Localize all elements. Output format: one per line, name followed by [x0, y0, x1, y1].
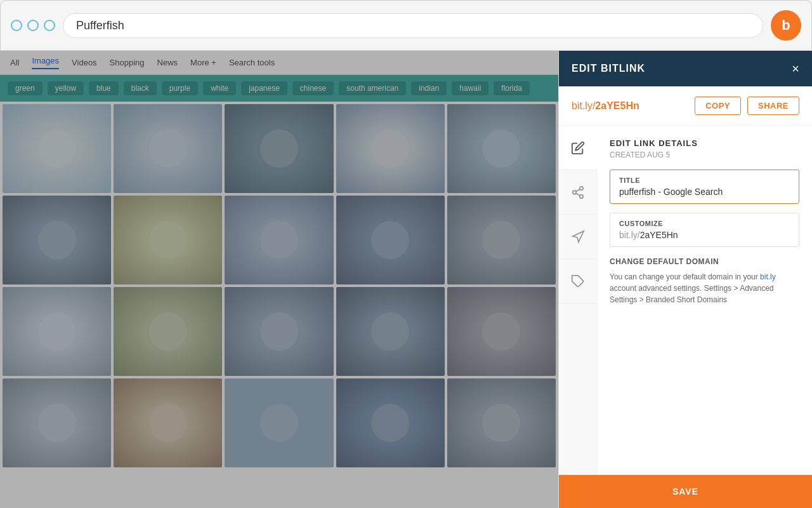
svg-point-2 [580, 186, 584, 190]
bitly-logo: b [771, 10, 801, 41]
svg-point-3 [573, 190, 577, 194]
image-item[interactable] [447, 378, 556, 467]
change-domain-text1: You can change your default domain in yo… [610, 272, 760, 281]
address-bar[interactable]: Pufferfish [63, 13, 763, 38]
panel-body: EDIT LINK DETAILS CREATED AUG 5 TITLE pu… [559, 126, 812, 475]
edit-link-details-title: EDIT LINK DETAILS [610, 138, 799, 148]
bitlink-slug: 2aYE5Hn [595, 100, 639, 111]
image-item[interactable] [114, 287, 222, 376]
image-item[interactable] [447, 196, 556, 284]
bitlink-domain: bit.ly/ [572, 100, 595, 111]
image-item[interactable] [3, 104, 111, 193]
image-item[interactable] [3, 196, 111, 284]
filter-black[interactable]: black [124, 81, 157, 95]
image-item[interactable] [3, 378, 111, 467]
save-button[interactable]: SAVE [559, 475, 812, 508]
image-item[interactable] [114, 104, 222, 193]
customize-field-group: CUSTOMIZE bit.ly/2aYE5Hn [610, 213, 799, 247]
panel-content: EDIT LINK DETAILS CREATED AUG 5 TITLE pu… [597, 126, 812, 475]
image-item[interactable] [114, 378, 222, 467]
image-item[interactable] [225, 196, 333, 284]
filter-purple[interactable]: purple [162, 81, 198, 95]
image-item[interactable] [336, 104, 445, 193]
filter-indian[interactable]: indian [411, 81, 447, 95]
title-field-group: TITLE pufferfish - Google Search [610, 170, 799, 204]
browser-chrome: Pufferfish b [0, 0, 812, 51]
image-item[interactable] [114, 196, 222, 284]
nav-videos[interactable]: Videos [72, 58, 97, 67]
bitlink-url-row: bit.ly/2aYE5Hn COPY SHARE [559, 86, 812, 126]
title-label: TITLE [619, 177, 790, 184]
customize-slug: 2aYE5Hn [640, 230, 678, 240]
change-domain-text2: account advanced settings. Settings > Ad… [610, 284, 774, 304]
browser-dot-1[interactable] [11, 20, 22, 31]
filter-yellow[interactable]: yellow [48, 81, 84, 95]
filter-tags: green yellow blue black purple white jap… [0, 75, 558, 102]
title-value[interactable]: pufferfish - Google Search [619, 187, 790, 197]
main-area: All Images Videos Shopping News More + S… [0, 51, 812, 508]
image-item[interactable] [447, 287, 556, 376]
tab-share[interactable] [559, 170, 597, 215]
filter-blue[interactable]: blue [89, 81, 119, 95]
bitly-logo-svg: b [773, 13, 799, 38]
image-item[interactable] [225, 378, 333, 467]
svg-line-5 [576, 193, 580, 196]
nav-shopping[interactable]: Shopping [110, 58, 145, 67]
created-date: CREATED AUG 5 [610, 150, 799, 159]
share-button[interactable]: SHARE [747, 97, 799, 115]
megaphone-icon [571, 230, 585, 244]
nav-news[interactable]: News [157, 58, 178, 67]
customize-domain: bit.ly/ [619, 230, 640, 240]
nav-images[interactable]: Images [32, 56, 59, 69]
svg-text:b: b [782, 17, 790, 33]
browser-dot-2[interactable] [27, 20, 39, 31]
image-item[interactable] [225, 287, 333, 376]
image-grid [0, 102, 558, 470]
google-nav: All Images Videos Shopping News More + S… [0, 51, 558, 75]
nav-more[interactable]: More + [190, 58, 216, 67]
svg-point-4 [580, 194, 584, 198]
tab-tag[interactable] [559, 259, 597, 304]
image-item[interactable] [447, 104, 556, 193]
panel-title: EDIT BITLINK [572, 63, 645, 74]
copy-button[interactable]: COPY [695, 97, 741, 115]
tag-icon [571, 274, 585, 288]
bitly-link[interactable]: bit.ly [760, 272, 776, 281]
pencil-icon [571, 141, 585, 155]
filter-japanese[interactable]: japanese [241, 81, 287, 95]
filter-white[interactable]: white [203, 81, 236, 95]
image-item[interactable] [3, 287, 111, 376]
filter-south-american[interactable]: south american [339, 81, 406, 95]
svg-line-6 [576, 189, 580, 191]
customize-value[interactable]: bit.ly/2aYE5Hn [619, 230, 790, 240]
browser-dot-3[interactable] [44, 20, 55, 31]
close-button[interactable]: × [792, 62, 799, 75]
tab-edit-link[interactable] [559, 126, 597, 170]
image-item[interactable] [336, 378, 445, 467]
panel-header: EDIT BITLINK × [559, 51, 812, 86]
change-domain-title: CHANGE DEFAULT DOMAIN [610, 257, 799, 266]
image-item[interactable] [336, 287, 445, 376]
change-domain-text: You can change your default domain in yo… [610, 271, 799, 305]
share-icon [571, 185, 585, 199]
image-item[interactable] [336, 196, 445, 284]
side-tabs [559, 126, 597, 475]
edit-bitlink-panel: EDIT BITLINK × bit.ly/2aYE5Hn COPY SHARE [558, 51, 812, 508]
browser-dots [11, 20, 55, 31]
change-domain-section: CHANGE DEFAULT DOMAIN You can change you… [610, 257, 799, 305]
filter-florida[interactable]: florida [494, 81, 530, 95]
filter-chinese[interactable]: chinese [292, 81, 334, 95]
page-title: Pufferfish [76, 19, 124, 32]
tab-campaign[interactable] [559, 215, 597, 259]
filter-green[interactable]: green [8, 81, 43, 95]
nav-search-tools[interactable]: Search tools [229, 58, 275, 67]
bitlink-url: bit.ly/2aYE5Hn [572, 100, 688, 112]
customize-label: CUSTOMIZE [619, 220, 790, 227]
filter-hawaii[interactable]: hawaii [452, 81, 488, 95]
nav-all[interactable]: All [10, 58, 19, 67]
google-background: All Images Videos Shopping News More + S… [0, 51, 558, 508]
image-item[interactable] [225, 104, 333, 193]
